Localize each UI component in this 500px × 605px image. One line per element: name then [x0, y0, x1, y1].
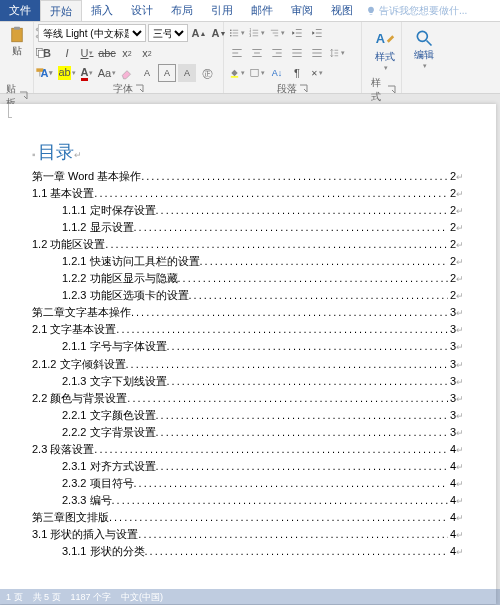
toc-entry[interactable]: 2.3 段落设置................................… [32, 441, 464, 458]
tab-mailings[interactable]: 邮件 [242, 0, 282, 21]
increase-indent-button[interactable] [308, 24, 326, 42]
toc-page-num: 2↵ [448, 185, 464, 202]
bold-button[interactable]: B [38, 44, 56, 62]
toc-entry[interactable]: 1.2.1 快速访问工具栏的设置........................… [32, 253, 464, 270]
change-case-button[interactable]: Aa▾ [98, 64, 116, 82]
toc-entry-title: 2.3.2 项目符号 [62, 475, 134, 492]
font-launcher[interactable] [135, 84, 145, 94]
toc-page-num: 3↵ [448, 390, 464, 407]
numbering-icon: 123 [249, 26, 260, 40]
toc-entry[interactable]: 2.3.1 对齐方式设置............................… [32, 458, 464, 475]
font-color-button[interactable]: A▾ [78, 64, 96, 82]
bullets-button[interactable]: ▾ [228, 24, 246, 42]
strikethrough-button[interactable]: abc [98, 44, 116, 62]
multilevel-button[interactable]: ▾ [268, 24, 286, 42]
align-left-button[interactable] [228, 44, 246, 62]
tab-insert[interactable]: 插入 [82, 0, 122, 21]
align-right-button[interactable] [268, 44, 286, 62]
editing-button[interactable]: 编辑 ▾ [406, 24, 442, 74]
toc-leader: ........................................… [145, 543, 448, 560]
toc-entry[interactable]: 2.3.3 编号................................… [32, 492, 464, 509]
tell-me[interactable]: 告诉我您想要做什... [362, 0, 471, 21]
toc-entry[interactable]: 1.2 功能区设置...............................… [32, 236, 464, 253]
phonetic-guide-button[interactable]: A [138, 64, 156, 82]
document-area[interactable]: ▪ 目录↵ 第一章 Word 基本操作.....................… [0, 104, 496, 604]
underline-button[interactable]: U▾ [78, 44, 96, 62]
toc-entry[interactable]: 1.1.2 显示设置..............................… [32, 219, 464, 236]
toc-page-num: 4↵ [448, 492, 464, 509]
borders-icon [249, 66, 260, 80]
subscript-button[interactable]: x2 [118, 44, 136, 62]
tab-home[interactable]: 开始 [40, 0, 82, 21]
svg-point-10 [230, 35, 231, 36]
italic-button[interactable]: I [58, 44, 76, 62]
paragraph-launcher[interactable] [299, 84, 309, 94]
tab-file[interactable]: 文件 [0, 0, 40, 21]
superscript-button[interactable]: x2 [138, 44, 156, 62]
toc-entry[interactable]: 2.1.1 字号与字体设置...........................… [32, 338, 464, 355]
toc-entry[interactable]: 1.2.3 功能区选项卡的设置.........................… [32, 287, 464, 304]
toc-entry-title: 1.2.2 功能区显示与隐藏 [62, 270, 178, 287]
line-spacing-icon [329, 46, 340, 60]
tab-design[interactable]: 设计 [122, 0, 162, 21]
svg-rect-0 [12, 28, 23, 42]
borders-button[interactable]: ▾ [248, 64, 266, 82]
bullets-icon [229, 26, 240, 40]
ribbon: 贴 贴板 等线 Light (中文标题) 三号 A▲ A▼ B I U▾ abc [0, 22, 500, 94]
align-dist-icon [310, 46, 324, 60]
toc-entry[interactable]: 1.2.2 功能区显示与隐藏..........................… [32, 270, 464, 287]
toc-leader: ........................................… [134, 219, 448, 236]
toc-entry[interactable]: 第三章图文排版.................................… [32, 509, 464, 526]
align-distribute-button[interactable] [308, 44, 326, 62]
styles-button[interactable]: A 样式 ▾ [366, 24, 404, 76]
enclose-char-button[interactable]: ㊣ [198, 64, 216, 82]
align-center-button[interactable] [248, 44, 266, 62]
line-spacing-button[interactable]: ▾ [328, 44, 346, 62]
styles-launcher[interactable] [387, 85, 397, 95]
toc-entry[interactable]: 1.1.1 定时保存设置............................… [32, 202, 464, 219]
toc-entry[interactable]: 2.1 文字基本设置..............................… [32, 321, 464, 338]
toc-leader: ........................................… [167, 373, 448, 390]
tab-review[interactable]: 审阅 [282, 0, 322, 21]
tab-view[interactable]: 视图 [322, 0, 362, 21]
toc-entry[interactable]: 第一章 Word 基本操作...........................… [32, 168, 464, 185]
asian-layout-button[interactable]: ✕▾ [308, 64, 326, 82]
paste-button[interactable]: 贴 [4, 24, 30, 60]
toc-entry-title: 2.1.2 文字倾斜设置 [32, 356, 126, 373]
toc-entry[interactable]: 2.2.2 文字背景设置............................… [32, 424, 464, 441]
decrease-indent-button[interactable] [288, 24, 306, 42]
clear-formatting-button[interactable] [118, 64, 136, 82]
highlight-button[interactable]: ab▾ [58, 64, 76, 82]
toc-entry[interactable]: 2.1.3 文字下划线设置...........................… [32, 373, 464, 390]
char-shading-button[interactable]: A [178, 64, 196, 82]
toc-entry[interactable]: 第二章文字基本操作...............................… [32, 304, 464, 321]
toc-entry[interactable]: 3.1 形状的插入与设置............................… [32, 526, 464, 543]
toc-leader: ........................................… [94, 441, 448, 458]
sort-button[interactable]: A↓ [268, 64, 286, 82]
toc-entry-title: 2.2.2 文字背景设置 [62, 424, 156, 441]
font-group-label: 字体 [113, 82, 133, 96]
font-family-combo[interactable]: 等线 Light (中文标题) [38, 24, 146, 42]
shading-button[interactable]: ▾ [228, 64, 246, 82]
toc-entry[interactable]: 2.3.2 项目符号..............................… [32, 475, 464, 492]
font-size-combo[interactable]: 三号 [148, 24, 188, 42]
toc-entry[interactable]: 2.1.2 文字倾斜设置............................… [32, 356, 464, 373]
numbering-button[interactable]: 123▾ [248, 24, 266, 42]
align-justify-button[interactable] [288, 44, 306, 62]
grow-font-button[interactable]: A▲ [190, 24, 208, 42]
show-marks-button[interactable]: ¶ [288, 64, 306, 82]
tab-layout[interactable]: 布局 [162, 0, 202, 21]
toc-entry[interactable]: 3.1.1 形状的分类.............................… [32, 543, 464, 560]
char-border-button[interactable]: A [158, 64, 176, 82]
tab-references[interactable]: 引用 [202, 0, 242, 21]
toc-entry[interactable]: 1.1 基本设置................................… [32, 185, 464, 202]
toc-entry[interactable]: 2.2 颜色与背景设置.............................… [32, 390, 464, 407]
toc-leader: ........................................… [189, 287, 448, 304]
outdent-icon [290, 26, 304, 40]
text-effects-button[interactable]: A▾ [38, 64, 56, 82]
toc-entry[interactable]: 2.2.1 文字颜色设置............................… [32, 407, 464, 424]
toc-entry-title: 第二章文字基本操作 [32, 304, 131, 321]
clipboard-launcher[interactable] [19, 91, 29, 101]
table-of-contents: 第一章 Word 基本操作...........................… [32, 168, 464, 560]
toc-leader: ........................................… [112, 492, 448, 509]
